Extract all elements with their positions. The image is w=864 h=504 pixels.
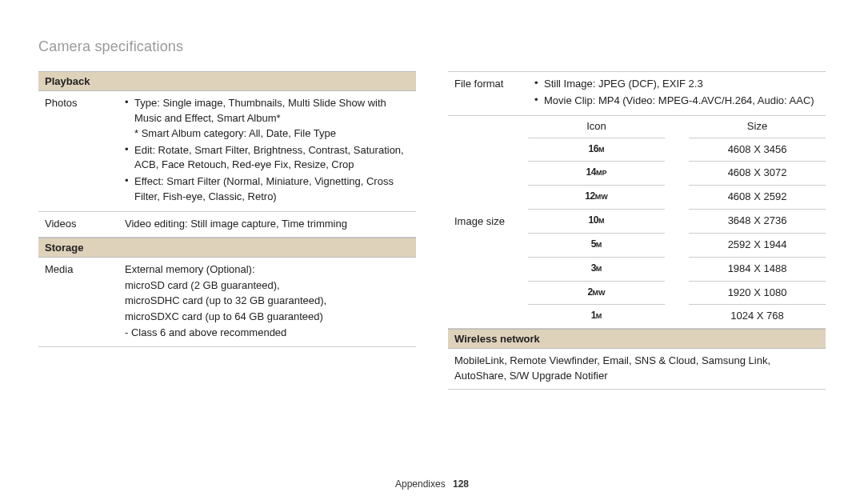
- image-size-table: Icon Size 16M4608 X 345614MP4608 X 30721…: [528, 116, 826, 329]
- fileformat-bullet-2: Movie Clip: MP4 (Video: MPEG-4.AVC/H.264…: [534, 94, 819, 109]
- photos-bullet-1-text: Type: Single image, Thumbnails, Multi Sl…: [134, 97, 386, 124]
- row-content-videos: Video editing: Still image capture, Time…: [125, 217, 410, 232]
- row-imagesize: Image size Icon Size 16M4608 X 345614MP4…: [448, 116, 826, 330]
- media-line-4: microSDXC card (up to 64 GB guaranteed): [125, 310, 410, 325]
- footer-page-number: 128: [453, 478, 469, 490]
- left-column: Playback Photos Type: Single image, Thum…: [38, 71, 416, 390]
- img-icon-12mw: 12MW: [528, 186, 665, 210]
- row-photos: Photos Type: Single image, Thumbnails, M…: [38, 91, 416, 212]
- img-icon-10m: 10M: [528, 210, 665, 234]
- photos-bullet-2: Edit: Rotate, Smart Filter, Brightness, …: [125, 143, 410, 174]
- row-label-imagesize: Image size: [448, 210, 520, 234]
- img-size-10m: 3648 X 2736: [689, 210, 826, 234]
- img-icon-1m: 1M: [528, 305, 665, 328]
- row-videos: Videos Video editing: Still image captur…: [38, 212, 416, 238]
- row-label-fileformat: File format: [454, 77, 526, 110]
- row-label-photos: Photos: [45, 96, 117, 206]
- photos-subnote: * Smart Album category: All, Date, File …: [134, 126, 410, 142]
- img-size-5m: 2592 X 1944: [689, 234, 826, 258]
- img-icon-2mw: 2MW: [528, 282, 665, 306]
- img-size-14mp: 4608 X 3072: [689, 162, 826, 186]
- img-size-2mw: 1920 X 1080: [689, 282, 826, 306]
- row-content-photos: Type: Single image, Thumbnails, Multi Sl…: [125, 96, 410, 206]
- media-line-1: External memory (Optional):: [125, 262, 410, 278]
- row-label-videos: Videos: [45, 217, 117, 232]
- img-size-16m: 4608 X 3456: [689, 138, 826, 162]
- page-title: Camera specifications: [38, 38, 826, 55]
- media-line-3: microSDHC card (up to 32 GB guaranteed),: [125, 294, 410, 309]
- row-wireless: MobileLink, Remote Viewfinder, Email, SN…: [448, 349, 826, 390]
- photos-bullet-list: Type: Single image, Thumbnails, Multi Sl…: [125, 96, 410, 205]
- section-header-wireless: Wireless network: [448, 329, 826, 349]
- spec-columns: Playback Photos Type: Single image, Thum…: [38, 71, 826, 390]
- row-content-wireless: MobileLink, Remote Viewfinder, Email, SN…: [454, 354, 819, 384]
- img-icon-16m: 16M: [528, 138, 665, 162]
- img-icon-3m: 3M: [528, 258, 665, 282]
- row-content-imagesize: Icon Size 16M4608 X 345614MP4608 X 30721…: [528, 116, 826, 329]
- section-header-storage: Storage: [38, 238, 416, 258]
- row-media: Media External memory (Optional): microS…: [38, 258, 416, 347]
- row-content-media: External memory (Optional): microSD card…: [125, 262, 410, 342]
- img-size-1m: 1024 X 768: [689, 305, 826, 328]
- right-column: File format Still Image: JPEG (DCF), EXI…: [448, 71, 826, 390]
- footer-section: Appendixes: [395, 478, 446, 490]
- section-header-playback: Playback: [38, 71, 416, 91]
- img-icon-5m: 5M: [528, 234, 665, 258]
- media-line-2: microSD card (2 GB guaranteed),: [125, 278, 410, 294]
- img-size-3m: 1984 X 1488: [689, 258, 826, 282]
- media-line-5: - Class 6 and above recommended: [125, 326, 410, 341]
- photos-bullet-3: Effect: Smart Filter (Normal, Miniature,…: [125, 174, 410, 205]
- row-label-media: Media: [45, 262, 117, 342]
- fileformat-bullet-list: Still Image: JPEG (DCF), EXIF 2.3 Movie …: [534, 77, 819, 109]
- photos-bullet-1: Type: Single image, Thumbnails, Multi Sl…: [125, 96, 410, 142]
- img-table-header-size: Size: [689, 116, 826, 138]
- img-icon-14mp: 14MP: [528, 162, 665, 186]
- fileformat-bullet-1: Still Image: JPEG (DCF), EXIF 2.3: [534, 77, 819, 92]
- page: Camera specifications Playback Photos Ty…: [0, 0, 864, 390]
- row-fileformat: File format Still Image: JPEG (DCF), EXI…: [448, 71, 826, 116]
- row-content-fileformat: Still Image: JPEG (DCF), EXIF 2.3 Movie …: [534, 77, 819, 110]
- img-table-header-icon: Icon: [528, 116, 665, 138]
- img-size-12mw: 4608 X 2592: [689, 186, 826, 210]
- page-footer: Appendixes 128: [0, 478, 864, 490]
